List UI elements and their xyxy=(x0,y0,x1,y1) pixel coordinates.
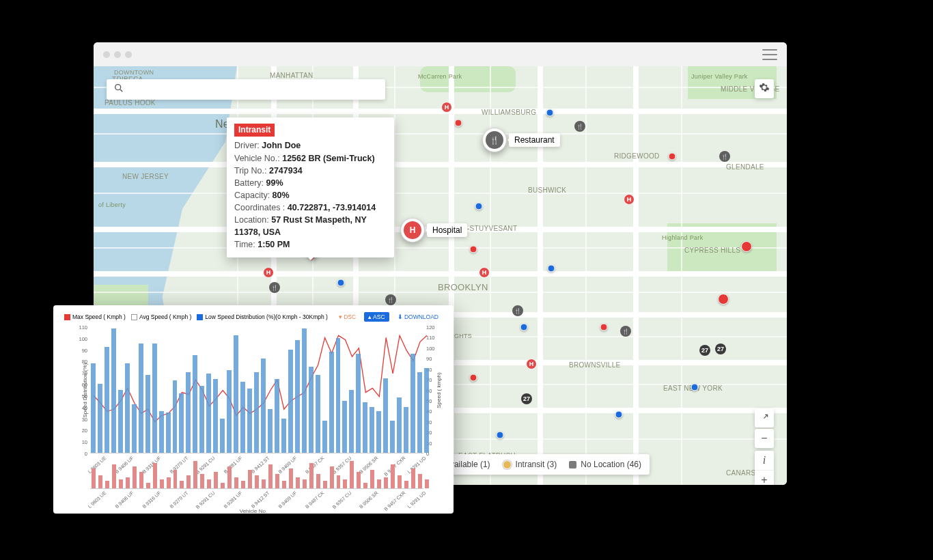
label: Driver: xyxy=(234,141,260,150)
map-reset: − xyxy=(755,429,774,448)
fullscreen-button[interactable] xyxy=(755,408,774,428)
window-controls[interactable] xyxy=(103,51,132,58)
zoom-control: i + xyxy=(755,451,774,485)
svg-point-0 xyxy=(115,85,121,90)
label: Time: xyxy=(234,240,255,249)
value-battery: 99% xyxy=(266,178,283,188)
filter-intransit[interactable]: Intransit (3) xyxy=(503,460,557,469)
legend-max[interactable]: Max Speed ( Kmph ) xyxy=(64,313,126,320)
fullscreen-control xyxy=(755,408,774,428)
zoom-in-button[interactable]: + xyxy=(755,470,774,485)
hospital-pin[interactable]: H xyxy=(624,194,635,205)
callout-hospital: Hospital xyxy=(427,223,467,237)
value-coords: 40.722871, -73.914014 xyxy=(288,203,376,212)
hospital-pin[interactable]: H xyxy=(479,267,490,278)
titlebar xyxy=(94,42,787,66)
vehicle-info-popup: Intransit Driver: John Doe Vehicle No.: … xyxy=(227,117,394,257)
hospital-pin[interactable]: H xyxy=(526,359,537,369)
callout-restaurant: Restaurant xyxy=(509,133,560,147)
search-input[interactable] xyxy=(107,79,385,100)
value-trip: 2747934 xyxy=(269,166,303,176)
poi-icon[interactable]: 🍴 xyxy=(719,151,730,162)
marker-blue[interactable] xyxy=(337,279,345,287)
marker-blue[interactable] xyxy=(475,203,483,210)
hospital-pin[interactable]: H xyxy=(263,267,274,278)
marker-blue[interactable] xyxy=(548,265,555,272)
svg-line-1 xyxy=(120,89,122,92)
menu-icon[interactable] xyxy=(762,49,777,60)
marker-red[interactable] xyxy=(741,241,752,252)
poi-icon[interactable]: 🍴 xyxy=(620,326,631,337)
value-driver: John Doe xyxy=(262,141,301,150)
value-vehicle: 12562 BR (Semi-Truck) xyxy=(282,154,374,163)
search-icon xyxy=(113,83,124,96)
legend-avg[interactable]: Avg Speed ( Kmph ) xyxy=(131,313,191,320)
label: Location: xyxy=(234,215,269,225)
marker-blue[interactable] xyxy=(546,109,554,117)
cluster-badge[interactable]: 27 xyxy=(699,345,710,356)
settings-button[interactable] xyxy=(755,79,774,98)
marker-blue[interactable] xyxy=(520,324,528,331)
marker-red[interactable] xyxy=(600,324,608,331)
y2-axis-label: Speed ( kmph) xyxy=(435,372,441,408)
chart-mini: L 9603 UEB 9406 UFB 9316 UFB 9279 UTB 92… xyxy=(90,459,423,489)
value-capacity: 80% xyxy=(273,191,290,200)
label: Vehicle No.: xyxy=(234,154,280,163)
chart-legend: Max Speed ( Kmph ) Avg Speed ( Kmph ) Lo… xyxy=(64,313,328,320)
download-button[interactable]: ⬇ DOWNLOAD xyxy=(393,312,443,322)
hospital-big-pin[interactable]: H xyxy=(400,218,425,242)
marker-blue[interactable] xyxy=(615,411,623,419)
poi-icon[interactable]: 🍴 xyxy=(269,282,280,293)
filter-nolocation[interactable]: No Location (46) xyxy=(569,460,641,469)
poi-icon[interactable]: 🍴 xyxy=(574,121,585,132)
sort-dsc[interactable]: ▾ DSC xyxy=(335,312,360,322)
cluster-badge[interactable]: 27 xyxy=(715,344,726,354)
reset-button[interactable]: − xyxy=(755,429,774,448)
value-time: 1:50 PM xyxy=(257,240,290,249)
restaurant-big-pin[interactable]: 🍴 xyxy=(482,128,507,152)
marker-red[interactable] xyxy=(470,246,477,253)
marker-red[interactable] xyxy=(455,120,462,127)
poi-icon[interactable]: 🍴 xyxy=(385,294,396,305)
label: Coordinates : xyxy=(234,203,285,212)
poi-icon[interactable]: 🍴 xyxy=(512,305,523,316)
sort-asc[interactable]: ▴ ASC xyxy=(364,312,389,322)
label: Trip No.: xyxy=(234,166,266,176)
legend-low[interactable]: Low Speed Distribution (%)(0 Kmph - 30Km… xyxy=(197,313,328,320)
map-label: BROOKLYN xyxy=(438,282,488,292)
chart-plot: 0102030405060708090100110010203040506070… xyxy=(90,327,423,453)
status-badge: Intransit xyxy=(234,124,275,137)
info-button[interactable]: i xyxy=(755,451,774,470)
gear-icon xyxy=(759,82,770,96)
label: Capacity: xyxy=(234,191,270,200)
speed-chart-panel: Max Speed ( Kmph ) Avg Speed ( Kmph ) Lo… xyxy=(53,305,454,514)
marker-blue[interactable] xyxy=(691,384,699,391)
marker-red[interactable] xyxy=(718,294,729,305)
marker-blue[interactable] xyxy=(497,432,504,439)
hospital-pin[interactable]: H xyxy=(441,102,452,113)
label: Battery: xyxy=(234,178,264,188)
marker-red[interactable] xyxy=(470,374,477,382)
cluster-badge[interactable]: 27 xyxy=(521,393,532,404)
marker-red[interactable] xyxy=(669,153,676,160)
